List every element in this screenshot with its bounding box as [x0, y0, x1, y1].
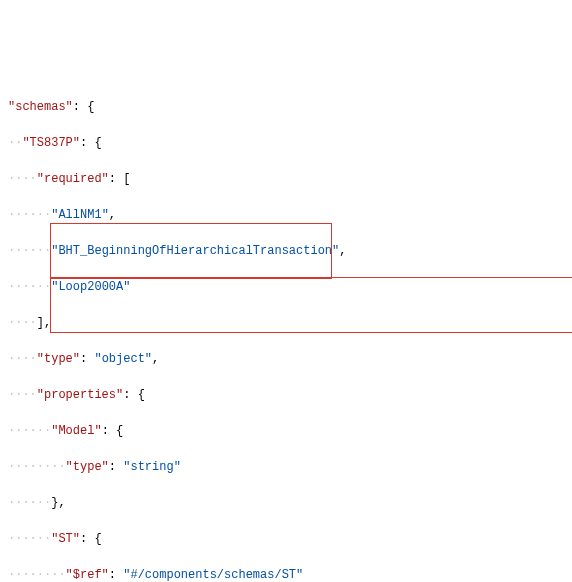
code-line: ······"Model": { — [8, 422, 564, 440]
code-line: "schemas": { — [8, 98, 564, 116]
code-line: ······"ST": { — [8, 530, 564, 548]
code-line: ······"BHT_BeginningOfHierarchicalTransa… — [8, 242, 564, 260]
code-line: ······"AllNM1", — [8, 206, 564, 224]
code-line: ········"$ref": "#/components/schemas/ST… — [8, 566, 564, 582]
code-line: ····], — [8, 314, 564, 332]
code-line: ······}, — [8, 494, 564, 512]
code-line: ····"type": "object", — [8, 350, 564, 368]
code-line: ······"Loop2000A" — [8, 278, 564, 296]
code-line: ····"required": [ — [8, 170, 564, 188]
code-line: ··"TS837P": { — [8, 134, 564, 152]
json-code-view: "schemas": { ··"TS837P": { ····"required… — [8, 26, 564, 582]
code-line: ········"type": "string" — [8, 458, 564, 476]
code-line: ····"properties": { — [8, 386, 564, 404]
